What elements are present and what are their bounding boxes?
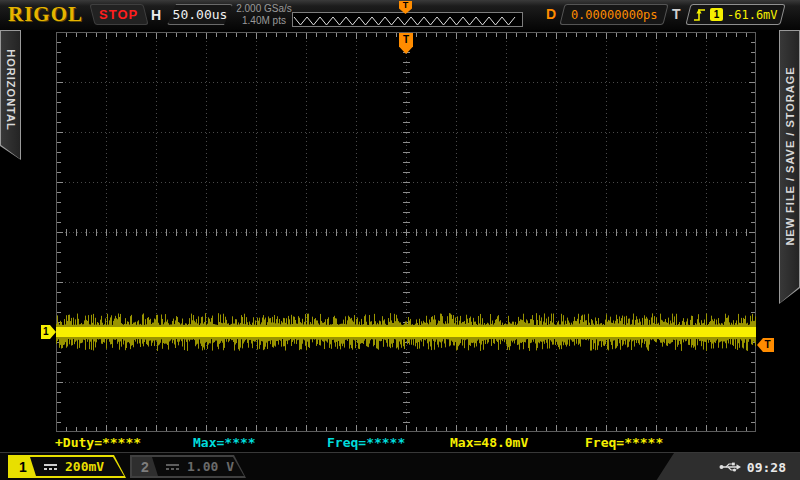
- channel1-offset-marker[interactable]: 1: [41, 325, 56, 339]
- measurement-max-ch1: Max=48.0mV: [450, 435, 528, 450]
- oscilloscope-screen: RIGOL STOP H 50.00us 2.000 GSa/s 1.40M p…: [0, 0, 800, 480]
- memory-depth: 1.40M pts: [236, 15, 292, 27]
- delay-value: 0.00000000ps: [571, 8, 658, 22]
- channel1-scale: 200mV: [65, 459, 104, 474]
- trigger-source-chip: 1: [710, 8, 723, 21]
- clock-time: 09:28: [747, 460, 786, 475]
- dc-coupling-icon: [166, 464, 179, 470]
- run-state-badge: STOP: [89, 4, 148, 25]
- top-status-bar: RIGOL STOP H 50.00us 2.000 GSa/s 1.40M p…: [0, 0, 800, 30]
- tab-storage-label: NEW FILE / SAVE / STORAGE: [784, 66, 796, 245]
- measurement-duty: +Duty=*****: [55, 435, 141, 450]
- channel1-number: 1: [10, 457, 36, 476]
- channel1-badge[interactable]: 1 200mV: [8, 455, 126, 478]
- measurement-freq-ch1: Freq=*****: [585, 435, 663, 450]
- acquisition-info: 2.000 GSa/s 1.40M pts: [236, 3, 292, 27]
- channel2-scale: 1.00 V: [187, 459, 234, 474]
- tab-horizontal-menu[interactable]: HORIZONTAL: [0, 30, 21, 160]
- timebase-value: 50.00us: [173, 7, 228, 22]
- channel2-badge[interactable]: 2 1.00 V: [130, 455, 246, 478]
- channel2-number: 2: [132, 457, 158, 476]
- tab-horizontal-label: HORIZONTAL: [5, 49, 17, 130]
- run-state-label: STOP: [99, 7, 138, 22]
- usb-icon: [719, 461, 741, 473]
- trigger-label: T: [672, 6, 681, 22]
- memory-waveform-icon: [293, 13, 522, 28]
- graticule-waveform-display: [56, 32, 756, 432]
- dc-coupling-icon: [44, 464, 57, 470]
- trigger-level-value: -61.6mV: [727, 8, 778, 22]
- bottom-status-bar: 1 200mV 2 1.00 V: [0, 452, 800, 480]
- horizontal-label: H: [151, 7, 161, 23]
- trigger-badge: 1 -61.6mV: [685, 4, 785, 25]
- tab-storage-menu[interactable]: NEW FILE / SAVE / STORAGE: [779, 30, 800, 304]
- clock-area: 09:28: [656, 453, 800, 480]
- sample-rate: 2.000 GSa/s: [236, 3, 292, 15]
- rigol-logo: RIGOL: [8, 2, 83, 27]
- measurement-freq-ch2: Freq=*****: [327, 435, 405, 450]
- trigger-level-marker[interactable]: T: [757, 338, 774, 352]
- delay-label: D: [546, 6, 556, 22]
- measurement-max-ch2: Max=****: [193, 435, 256, 450]
- rising-edge-icon: [693, 7, 706, 22]
- delay-badge: 0.00000000ps: [559, 4, 668, 25]
- timebase-badge: 50.00us: [167, 4, 233, 25]
- waveform-memory-bar: [292, 12, 523, 27]
